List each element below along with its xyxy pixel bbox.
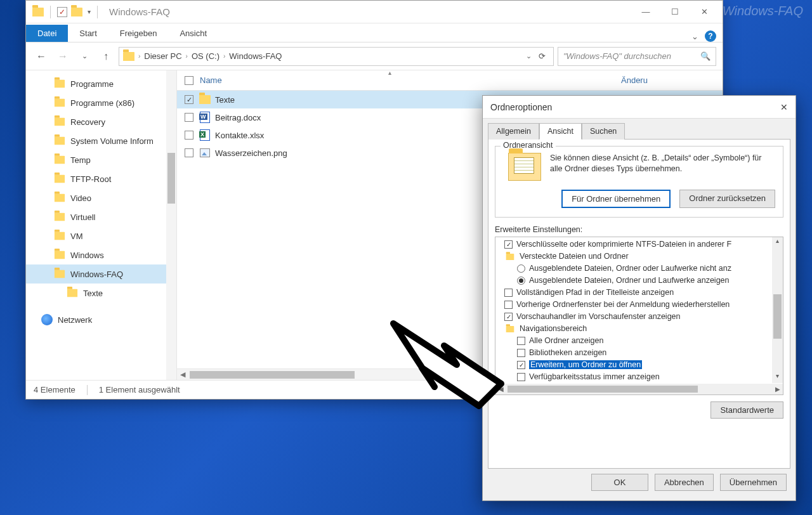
advanced-option: Navigationsbereich: [498, 323, 769, 335]
nav-tree[interactable]: ProgrammeProgramme (x86)RecoverySystem V…: [26, 70, 177, 380]
tree-item[interactable]: Virtuell: [26, 207, 176, 226]
restore-defaults-button[interactable]: Standardwerte: [710, 401, 783, 419]
row-checkbox[interactable]: [181, 113, 197, 122]
tree-item[interactable]: Texte: [26, 284, 176, 303]
breadcrumb-item[interactable]: Windows-FAQ: [229, 51, 282, 61]
scroll-thumb[interactable]: [190, 371, 355, 379]
chevron-down-icon[interactable]: ▾: [88, 8, 91, 15]
checkbox[interactable]: [517, 373, 525, 381]
advanced-option[interactable]: Vollständigen Pfad in der Titelleiste an…: [498, 287, 769, 299]
apply-button[interactable]: Übernehmen: [720, 474, 787, 491]
checkbox[interactable]: [517, 361, 525, 369]
breadcrumb-item[interactable]: OS (C:): [192, 51, 219, 61]
folder-options-dialog: Ordneroptionen ✕ Allgemein Ansicht Suche…: [482, 95, 796, 501]
advanced-option[interactable]: Vorherige Ordnerfenster bei der Anmeldun…: [498, 299, 769, 311]
tree-item[interactable]: Video: [26, 188, 176, 207]
checkbox[interactable]: [504, 301, 513, 309]
scrollbar[interactable]: ▴ ▾: [772, 237, 783, 383]
advanced-option[interactable]: Vorschauhandler im Vorschaufenster anzei…: [498, 311, 769, 323]
checkbox[interactable]: [504, 289, 513, 297]
header-checkbox[interactable]: [181, 76, 197, 85]
scroll-down-icon[interactable]: ▾: [772, 372, 783, 383]
reset-folders-button[interactable]: Ordner zurücksetzen: [679, 190, 775, 208]
checkbox[interactable]: [504, 313, 513, 321]
search-input[interactable]: "Windows-FAQ" durchsuchen 🔍: [558, 47, 716, 66]
tab-view[interactable]: Ansicht: [539, 123, 582, 140]
folder-icon: [55, 251, 65, 259]
tab-file[interactable]: Datei: [26, 25, 68, 42]
qat-properties-icon[interactable]: ✓: [57, 7, 67, 17]
maximize-button[interactable]: ☐: [660, 3, 690, 22]
history-dropdown[interactable]: ⌄: [75, 52, 93, 60]
scroll-thumb[interactable]: [773, 294, 782, 339]
tab-start[interactable]: Start: [68, 25, 108, 42]
tree-item[interactable]: System Volume Inform: [26, 131, 176, 150]
checkbox[interactable]: [517, 349, 525, 357]
ok-button[interactable]: OK: [591, 474, 648, 491]
minimize-button[interactable]: —: [631, 3, 660, 22]
tree-item[interactable]: Windows-FAQ: [26, 264, 176, 284]
radio[interactable]: [517, 264, 525, 273]
close-icon[interactable]: ✕: [780, 102, 788, 112]
advanced-label: Erweiterte Einstellungen:: [495, 225, 783, 234]
tree-item[interactable]: Programme (x86): [26, 93, 176, 112]
forward-button[interactable]: →: [54, 51, 72, 62]
search-icon[interactable]: 🔍: [700, 51, 710, 61]
scroll-right-icon[interactable]: ▶: [772, 386, 783, 393]
row-checkbox[interactable]: ✓: [181, 95, 197, 104]
folder-icon: [67, 289, 77, 297]
chevron-down-icon[interactable]: ⌄: [526, 52, 532, 60]
header-name[interactable]: ▴ Name: [197, 75, 621, 85]
tab-view[interactable]: Ansicht: [168, 25, 218, 42]
option-label: Bibliotheken anzeigen: [529, 347, 606, 359]
folder-icon: [55, 270, 65, 278]
cancel-button[interactable]: Abbrechen: [655, 474, 714, 491]
advanced-option[interactable]: Bibliotheken anzeigen: [498, 347, 769, 359]
scrollbar[interactable]: [166, 70, 176, 380]
advanced-option[interactable]: Verschlüsselte oder komprimierte NTFS-Da…: [498, 238, 769, 251]
checkbox[interactable]: [504, 240, 513, 249]
folder-icon: [32, 8, 44, 16]
close-button[interactable]: ✕: [690, 3, 719, 22]
row-checkbox[interactable]: [181, 148, 197, 157]
scroll-up-icon[interactable]: ▴: [772, 237, 783, 248]
folder-icon: [55, 232, 65, 240]
advanced-option[interactable]: Alle Ordner anzeigen: [498, 335, 769, 347]
folder-icon[interactable]: [71, 8, 82, 16]
advanced-option[interactable]: Verfügbarkeitsstatus immer anzeigen: [498, 371, 769, 383]
tree-item-network[interactable]: Netzwerk: [26, 314, 176, 325]
refresh-icon[interactable]: ⟳: [534, 51, 549, 61]
chevron-down-icon[interactable]: ⌄: [691, 32, 698, 41]
breadcrumb[interactable]: › Dieser PC › OS (C:) › Windows-FAQ ⌄ ⟳: [119, 47, 554, 66]
tree-item[interactable]: VM: [26, 226, 176, 245]
tree-item[interactable]: Programme: [26, 74, 176, 93]
back-button[interactable]: ←: [32, 51, 50, 62]
advanced-option[interactable]: Ausgeblendete Dateien, Ordner und Laufwe…: [498, 275, 769, 287]
help-icon[interactable]: ?: [705, 30, 716, 42]
row-checkbox[interactable]: [181, 131, 197, 140]
scroll-left-icon[interactable]: ◀: [177, 370, 188, 379]
horizontal-scrollbar[interactable]: ◀ ▶: [495, 384, 783, 394]
scroll-left-icon[interactable]: ◀: [495, 386, 506, 393]
checkbox[interactable]: [517, 337, 525, 345]
tree-item[interactable]: TFTP-Root: [26, 169, 176, 188]
breadcrumb-item[interactable]: Dieser PC: [144, 51, 181, 61]
radio[interactable]: [517, 277, 525, 285]
folder-icon: [55, 175, 65, 183]
advanced-option[interactable]: Erweitern, um Ordner zu öffnen: [498, 359, 769, 371]
tree-label: TFTP-Root: [70, 174, 111, 184]
advanced-settings-list[interactable]: Verschlüsselte oder komprimierte NTFS-Da…: [495, 237, 783, 395]
advanced-option[interactable]: Ausgeblendete Dateien, Ordner oder Laufw…: [498, 263, 769, 275]
tab-general[interactable]: Allgemein: [488, 123, 539, 140]
tree-item[interactable]: Recovery: [26, 112, 176, 131]
apply-to-folders-button[interactable]: Für Ordner übernehmen: [561, 190, 671, 208]
tree-item[interactable]: Temp: [26, 150, 176, 169]
titlebar: ✓ ▾ Windows-FAQ — ☐ ✕: [26, 1, 723, 23]
tree-item[interactable]: Windows: [26, 245, 176, 264]
header-date[interactable]: Änderu: [621, 75, 723, 85]
tab-search[interactable]: Suchen: [582, 123, 625, 140]
ribbon-tabs: Datei Start Freigeben Ansicht ⌄ ?: [26, 23, 723, 42]
tab-share[interactable]: Freigeben: [108, 25, 169, 42]
up-button[interactable]: ↑: [97, 51, 115, 62]
scroll-thumb[interactable]: [508, 386, 698, 393]
